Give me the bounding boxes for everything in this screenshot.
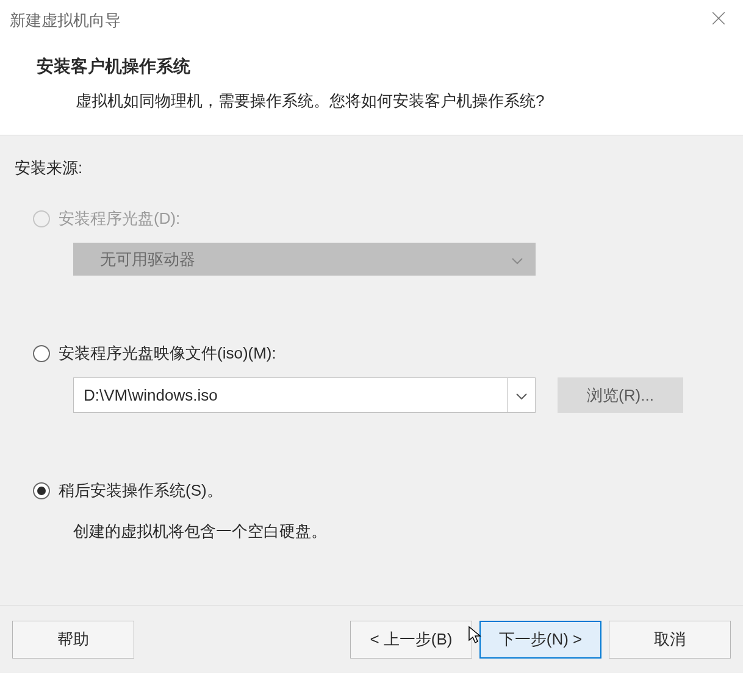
- page-subtitle: 虚拟机如同物理机，需要操作系统。您将如何安装客户机操作系统?: [37, 89, 706, 113]
- radio-disc-label: 安装程序光盘(D):: [59, 208, 180, 229]
- iso-path-combo[interactable]: D:\VM\windows.iso: [73, 377, 536, 413]
- radio-disc: [33, 210, 50, 227]
- disc-dropdown-text: 无可用驱动器: [100, 249, 195, 270]
- radio-group: 安装程序光盘(D): 无可用驱动器 安装程序光盘映像文件(iso)(M): D:…: [15, 208, 728, 542]
- iso-row: D:\VM\windows.iso 浏览(R)...: [73, 377, 728, 413]
- chevron-down-icon: [511, 250, 523, 269]
- iso-path-dropdown-button[interactable]: [507, 378, 535, 412]
- page-title: 安装客户机操作系统: [37, 55, 706, 78]
- close-icon: [711, 10, 727, 30]
- radio-iso-row[interactable]: 安装程序光盘映像文件(iso)(M):: [33, 343, 728, 364]
- radio-disc-row[interactable]: 安装程序光盘(D):: [33, 208, 728, 229]
- disc-dropdown: 无可用驱动器: [73, 243, 536, 276]
- later-note: 创建的虚拟机将包含一个空白硬盘。: [73, 521, 728, 542]
- radio-iso-label: 安装程序光盘映像文件(iso)(M):: [59, 343, 276, 364]
- window-title: 新建虚拟机向导: [10, 10, 121, 31]
- radio-later[interactable]: [33, 482, 50, 499]
- back-button[interactable]: < 上一步(B): [350, 621, 472, 659]
- help-button[interactable]: 帮助: [12, 621, 134, 659]
- radio-later-row[interactable]: 稍后安装操作系统(S)。: [33, 480, 728, 501]
- option-iso-block: 安装程序光盘映像文件(iso)(M): D:\VM\windows.iso 浏览…: [33, 343, 728, 413]
- cancel-button[interactable]: 取消: [609, 621, 731, 659]
- next-button[interactable]: 下一步(N) >: [479, 621, 601, 659]
- content-area: 安装来源: 安装程序光盘(D): 无可用驱动器 安装程序光盘映像文件(iso)(…: [0, 135, 743, 605]
- close-button[interactable]: [706, 8, 731, 32]
- radio-later-label: 稍后安装操作系统(S)。: [59, 480, 223, 501]
- iso-path-text: D:\VM\windows.iso: [74, 378, 507, 412]
- header-section: 安装客户机操作系统 虚拟机如同物理机，需要操作系统。您将如何安装客户机操作系统?: [0, 40, 743, 135]
- titlebar: 新建虚拟机向导: [0, 0, 743, 40]
- radio-iso[interactable]: [33, 345, 50, 362]
- option-later-block: 稍后安装操作系统(S)。 创建的虚拟机将包含一个空白硬盘。: [33, 480, 728, 542]
- option-disc-block: 安装程序光盘(D): 无可用驱动器: [33, 208, 728, 276]
- footer: 帮助 < 上一步(B) 下一步(N) > 取消: [0, 605, 743, 673]
- chevron-down-icon: [515, 387, 528, 404]
- install-source-label: 安装来源:: [15, 157, 728, 179]
- browse-button[interactable]: 浏览(R)...: [558, 377, 683, 413]
